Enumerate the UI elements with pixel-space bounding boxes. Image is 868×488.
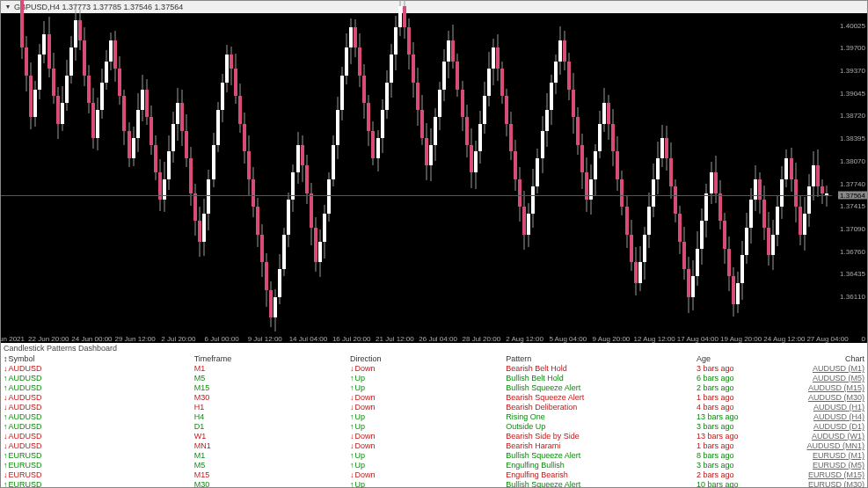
dashboard-title: Candlestick Patterns Dashboard xyxy=(1,343,867,353)
cell-timeframe: D1 xyxy=(192,422,347,432)
cell-symbol: ↑AUDUSD xyxy=(1,422,192,432)
cell-symbol: ↓EURUSD xyxy=(1,470,192,480)
cell-symbol: ↑AUDUSD xyxy=(1,412,192,422)
table-row[interactable]: ↑EURUSDM1↑UpBullish Squeeze Alert8 bars … xyxy=(1,451,867,461)
time-tick: 16 Jul 20:00 xyxy=(332,335,371,343)
time-tick: 9 Aug 20:00 xyxy=(593,335,631,343)
window-title-bar: ▾ GBPUSD,H4 1.37773 1.37785 1.37546 1.37… xyxy=(1,1,867,13)
table-row[interactable]: ↓AUDUSDH1↓DownBearish Deliberation4 bars… xyxy=(1,403,867,412)
table-row[interactable]: ↓AUDUSDM1↓DownBearish Belt Hold3 bars ag… xyxy=(1,364,867,374)
table-row[interactable]: ↑EURUSDM5↑UpEngulfing Bullish3 bars agoE… xyxy=(1,461,867,470)
time-tick: 14 Jul 04:00 xyxy=(289,335,328,343)
cell-pattern: Outside Up xyxy=(503,422,694,432)
price-tick: 1.36110 xyxy=(840,292,865,300)
cell-age: 3 bars ago xyxy=(694,422,798,432)
cell-direction: ↓Down xyxy=(347,441,503,451)
cell-direction: ↓Down xyxy=(347,470,503,480)
price-tick: 1.38720 xyxy=(840,112,865,120)
cell-chart-link[interactable]: AUDUSD (M15) xyxy=(798,383,867,393)
cell-chart-link[interactable]: AUDUSD (MN1) xyxy=(798,441,867,451)
cell-age: 1 bars ago xyxy=(694,393,798,403)
cell-chart-link[interactable]: EURUSD (M1) xyxy=(798,451,867,461)
cell-chart-link[interactable]: AUDUSD (D1) xyxy=(798,422,867,432)
cell-timeframe: H1 xyxy=(192,403,347,412)
header-direction: Direction xyxy=(347,353,503,364)
cell-age: 6 bars ago xyxy=(694,374,798,383)
cell-chart-link[interactable]: AUDUSD (H1) xyxy=(798,403,867,412)
table-row[interactable]: ↓AUDUSDW1↓DownBearish Side by Side13 bar… xyxy=(1,432,867,441)
price-tick: 1.38395 xyxy=(840,135,865,142)
axis-zero: 0 xyxy=(862,335,865,343)
time-tick: 9 Jul 12:00 xyxy=(248,335,282,343)
price-tick: 1.37090 xyxy=(840,224,865,232)
price-tick: 1.36760 xyxy=(840,247,865,255)
table-row[interactable]: ↑AUDUSDD1↑UpOutside Up3 bars agoAUDUSD (… xyxy=(1,422,867,432)
cell-timeframe: MN1 xyxy=(192,441,347,451)
price-tick: 1.39700 xyxy=(840,44,865,52)
table-row[interactable]: ↑AUDUSDH4↑UpRising One13 bars agoAUDUSD … xyxy=(1,412,867,422)
cell-chart-link[interactable]: EURUSD (M15) xyxy=(798,470,867,480)
cell-chart-link[interactable]: EURUSD (M5) xyxy=(798,461,867,470)
cell-pattern: Bearish Squeeze Alert xyxy=(503,393,694,403)
time-tick: 21 Jul 12:00 xyxy=(376,335,414,343)
time-tick: 29 Jun 12:00 xyxy=(114,335,155,343)
header-symbol: ↕Symbol xyxy=(1,353,192,364)
cell-symbol: ↓AUDUSD xyxy=(1,393,192,403)
cell-pattern: Bearish Deliberation xyxy=(503,403,694,412)
candlestick-icon: ▾ xyxy=(4,4,11,11)
time-axis: 17 Jun 202122 Jun 20:0024 Jun 00:0029 Ju… xyxy=(1,331,832,343)
cell-direction: ↑Up xyxy=(347,461,503,470)
header-pattern: Pattern xyxy=(503,353,694,364)
cell-symbol: ↑EURUSD xyxy=(1,480,192,488)
table-row[interactable]: ↑EURUSDM30↑UpBullish Squeeze Alert10 bar… xyxy=(1,480,867,488)
table-row[interactable]: ↑AUDUSDM15↑UpBullish Squeeze Alert2 bars… xyxy=(1,383,867,393)
price-chart[interactable]: 1.361101.364351.367601.370901.374151.377… xyxy=(1,13,867,343)
cell-chart-link[interactable]: AUDUSD (M5) xyxy=(798,374,867,383)
cell-timeframe: M1 xyxy=(192,364,347,374)
window-title: GBPUSD,H4 1.37773 1.37785 1.37546 1.3756… xyxy=(14,3,183,11)
price-tick: 1.39045 xyxy=(840,89,865,97)
table-row[interactable]: ↓AUDUSDMN1↓DownBearish Harami1 bars agoA… xyxy=(1,441,867,451)
cell-chart-link[interactable]: AUDUSD (M30) xyxy=(798,393,867,403)
cell-direction: ↓Down xyxy=(347,403,503,412)
cell-age: 3 bars ago xyxy=(694,364,798,374)
cell-symbol: ↑AUDUSD xyxy=(1,374,192,383)
header-age: Age xyxy=(694,353,798,364)
cell-symbol: ↓AUDUSD xyxy=(1,432,192,441)
patterns-table: ↕Symbol Timeframe Direction Pattern Age … xyxy=(1,353,867,488)
cell-age: 13 bars ago xyxy=(694,412,798,422)
cell-chart-link[interactable]: AUDUSD (M1) xyxy=(798,364,867,374)
cell-timeframe: H4 xyxy=(192,412,347,422)
current-price-marker: 1.37564 xyxy=(838,192,867,200)
table-row[interactable]: ↑AUDUSDM5↑UpBullish Belt Hold6 bars agoA… xyxy=(1,374,867,383)
cell-age: 1 bars ago xyxy=(694,441,798,451)
time-tick: 24 Jun 00:00 xyxy=(71,335,112,343)
cell-chart-link[interactable]: EURUSD (M30) xyxy=(798,480,867,488)
current-price-line xyxy=(1,195,832,196)
time-tick: 26 Jul 04:00 xyxy=(419,335,457,343)
cell-timeframe: M1 xyxy=(192,451,347,461)
price-tick: 1.36435 xyxy=(840,270,865,278)
time-tick: 24 Aug 12:00 xyxy=(763,335,805,343)
cell-chart-link[interactable]: AUDUSD (W1) xyxy=(798,432,867,441)
time-tick: 2 Aug 12:00 xyxy=(506,335,543,343)
cell-pattern: Bullish Squeeze Alert xyxy=(503,451,694,461)
time-tick: 27 Aug 04:00 xyxy=(806,335,848,343)
dashboard-panel: Candlestick Patterns Dashboard ↕Symbol T… xyxy=(1,343,867,487)
time-tick: 12 Aug 12:00 xyxy=(634,335,675,343)
table-row[interactable]: ↓EURUSDM15↓DownEngulfing Bearish2 bars a… xyxy=(1,470,867,480)
time-tick: 17 Jun 2021 xyxy=(0,335,25,343)
cell-pattern: Engulfing Bearish xyxy=(503,470,694,480)
cell-timeframe: M30 xyxy=(192,393,347,403)
cell-chart-link[interactable]: AUDUSD (H4) xyxy=(798,412,867,422)
cell-timeframe: W1 xyxy=(192,432,347,441)
cell-direction: ↓Down xyxy=(347,432,503,441)
cell-symbol: ↑EURUSD xyxy=(1,451,192,461)
cell-pattern: Bullish Squeeze Alert xyxy=(503,383,694,393)
time-tick: 2 Jul 20:00 xyxy=(161,335,195,343)
cell-symbol: ↓AUDUSD xyxy=(1,364,192,374)
cell-direction: ↓Down xyxy=(347,393,503,403)
table-row[interactable]: ↓AUDUSDM30↓DownBearish Squeeze Alert1 ba… xyxy=(1,393,867,403)
cell-direction: ↑Up xyxy=(347,422,503,432)
cell-direction: ↓Down xyxy=(347,364,503,374)
